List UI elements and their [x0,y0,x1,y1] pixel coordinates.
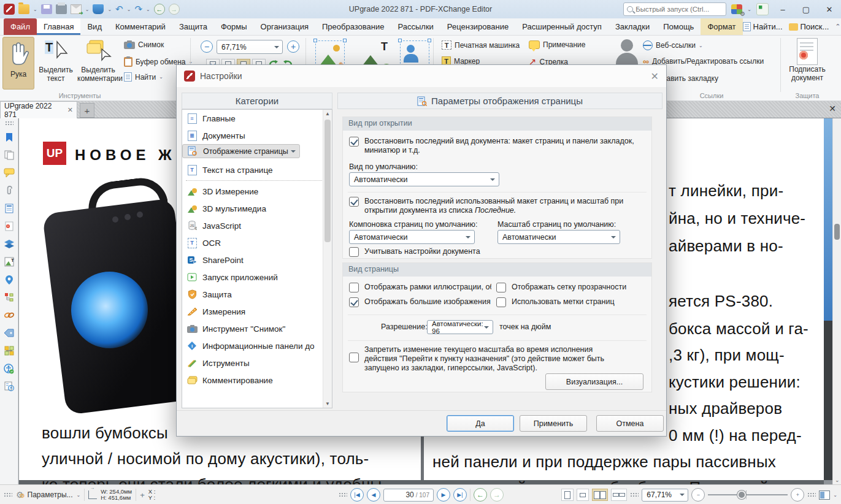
category-item[interactable]: 3D мультимедиа [182,200,332,217]
category-item[interactable]: Инструмент "Снимок" [182,320,332,337]
tab-file[interactable]: Файл [4,18,37,35]
find-button[interactable]: Найти... [743,22,783,31]
transparency-grid-checkbox[interactable] [496,283,506,292]
destinations-panel-icon[interactable] [3,273,15,286]
bookmarks-panel-icon[interactable] [3,131,15,143]
tab-format[interactable]: Формат [701,18,742,35]
options-dropdown-icon[interactable]: ⌄ [77,492,81,498]
pane-close-icon[interactable]: ✕ [829,104,836,113]
view-grip[interactable] [807,492,816,497]
accessibility-check-panel-icon[interactable] [3,380,15,392]
large-images-checkbox[interactable] [349,297,359,307]
default-view-select[interactable]: Автоматически [349,172,499,186]
respect-doc-checkbox[interactable] [349,247,359,257]
view-forward-icon[interactable]: → [490,488,504,502]
order-panel-icon[interactable] [3,291,15,304]
hand-tool-button[interactable]: Рука [2,37,34,90]
panel-grip[interactable] [5,121,13,126]
resolution-select[interactable]: Автоматически: 96 [427,320,493,334]
tab-bookmarks[interactable]: Закладки [609,18,656,35]
fullscreen-icon[interactable] [756,3,769,15]
options-button[interactable]: Параметры... [28,491,73,499]
apply-button[interactable]: Применить [520,415,587,432]
category-item[interactable]: Иструменты [182,354,332,372]
current-page[interactable]: 30 [405,491,413,499]
zoom-in-icon[interactable]: + [791,488,804,502]
minimize-button[interactable]: – [774,2,792,17]
history-forward-icon[interactable]: → [169,4,180,15]
category-item-selected[interactable]: Отображение страницы [182,144,300,158]
tab-home[interactable]: Главная [37,18,80,35]
two-page-view-icon[interactable] [592,489,608,501]
close-button[interactable]: ✕ [820,2,839,17]
redo-icon[interactable]: ↷ [134,4,142,14]
zoom-slider[interactable] [708,488,788,502]
select-comments-button[interactable]: Выделить комментарии [77,38,119,83]
plugin-dropdown-icon[interactable]: ⌄ [747,7,751,12]
category-item[interactable]: S SharePoint [182,251,332,269]
redo-dropdown-icon[interactable]: ⌄ [146,7,150,12]
first-page-icon[interactable]: |◀ [350,488,364,502]
scrollbar-thumb[interactable] [834,224,840,240]
fields-panel-icon[interactable] [3,345,15,357]
scroll-down-icon[interactable]: ⌄ [835,477,840,483]
email-icon[interactable] [71,4,82,14]
thumbnails-panel-icon[interactable] [3,149,15,161]
undo-icon[interactable]: ↶ [115,4,123,14]
tab-review[interactable]: Рецензирование [440,18,515,35]
scan-icon[interactable] [93,4,104,14]
nav-grip[interactable] [339,492,347,497]
page-labels-checkbox[interactable] [496,297,506,307]
tab-mailings[interactable]: Рассылки [391,18,440,35]
typewriter-button[interactable]: T Печатная машинка [442,40,520,50]
category-item[interactable]: Запуск приложений [182,269,332,286]
zoom-level-combo[interactable]: 67,71% [642,489,688,502]
next-page-icon[interactable]: ▶ [437,488,450,502]
layout-select[interactable]: Автоматически [349,230,475,244]
content-edit-panel-icon[interactable]: T [3,256,15,268]
page-number-box[interactable]: 30 / 107 [383,489,434,502]
category-item[interactable]: Комментирование [182,372,332,389]
signatures-panel-icon[interactable] [3,220,15,232]
email-dropdown-icon[interactable]: ⌄ [85,7,90,12]
open-dropdown-icon[interactable]: ⌄ [33,7,37,12]
yes-button[interactable]: Да [447,415,514,432]
tab-view[interactable]: Вид [80,18,109,35]
tab-organize[interactable]: Организация [254,18,315,35]
category-item[interactable]: i Информационные панели до [182,337,332,354]
prev-page-icon[interactable]: ◀ [367,488,380,502]
web-links-button[interactable]: Веб-ссылки⌄ [643,40,703,50]
maximize-button[interactable]: ▢ [797,2,815,17]
visualization-button[interactable]: Визуализация... [545,373,643,390]
zoom-slider-thumb[interactable] [737,491,746,499]
note-button[interactable]: Примечание [529,40,585,49]
zoom-out-icon[interactable]: − [691,488,705,502]
forbid-zoom-checkbox[interactable] [349,353,359,362]
layers-panel-icon[interactable] [3,238,15,250]
tab-accessibility[interactable]: Расширенный доступ [515,18,609,35]
print-icon[interactable] [56,4,67,14]
scroll-up-icon[interactable]: ▲ [323,111,332,116]
collapse-ribbon-icon[interactable]: ⌃ [835,23,840,31]
category-item[interactable]: Защита [182,286,332,303]
snapshot-button[interactable]: Снимок [124,40,164,49]
attachments-panel-icon[interactable] [3,185,15,197]
scale-select[interactable]: Автоматически [497,230,620,244]
dialog-title-bar[interactable]: Настройки ✕ [177,65,666,87]
select-text-button[interactable]: T Выделить текст [37,38,75,83]
plugin-icon[interactable] [731,4,742,14]
category-item[interactable]: T Текст на странице [182,161,332,178]
tab-help[interactable]: Помощь [656,18,701,35]
tags-panel-icon[interactable] [3,327,15,339]
zoom-out-icon[interactable]: − [201,40,213,53]
zoom-combo[interactable]: 67,71% [217,40,283,54]
view-mode-dropdown-icon[interactable]: ⌄ [833,492,837,498]
search-input[interactable] [636,6,715,13]
content-panel-icon[interactable] [3,202,15,215]
open-file-icon[interactable] [18,4,29,14]
zoom-in-icon[interactable]: + [287,40,299,53]
tab-convert[interactable]: Преобразование [315,18,391,35]
category-item[interactable]: JS⚙ JavaScript [182,217,332,234]
category-item[interactable]: Измерения [182,303,332,320]
document-tab[interactable]: UPgrade 2022 871 ✕ [0,101,77,118]
